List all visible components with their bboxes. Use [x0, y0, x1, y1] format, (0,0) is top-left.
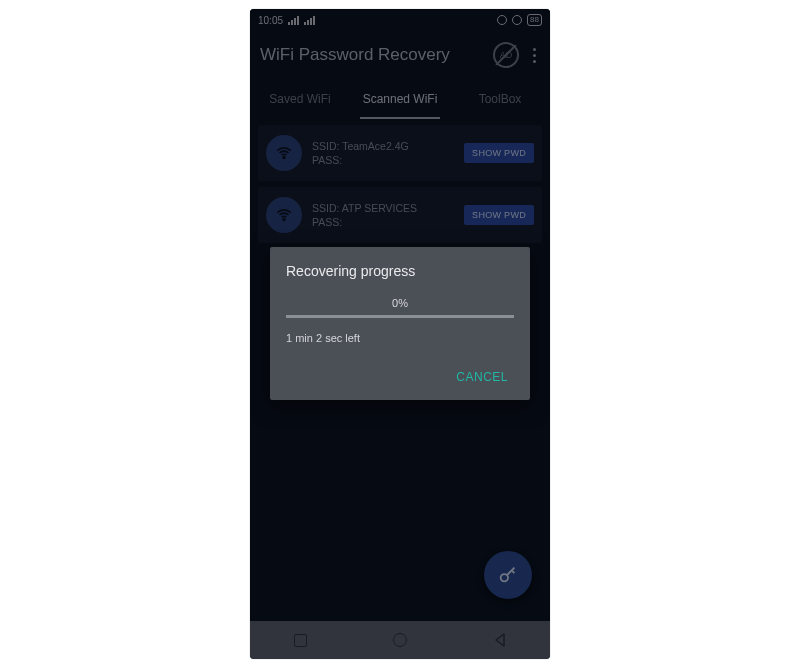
recovering-dialog: Recovering progress 0% 1 min 2 sec left … [270, 247, 530, 400]
cancel-button[interactable]: CANCEL [450, 362, 514, 392]
dialog-title: Recovering progress [286, 263, 514, 279]
time-remaining: 1 min 2 sec left [286, 332, 514, 344]
phone-frame: 10:05 88 WiFi Password Recovery AD Saved… [250, 9, 550, 659]
progress-bar [286, 315, 514, 318]
progress-percent: 0% [286, 297, 514, 309]
